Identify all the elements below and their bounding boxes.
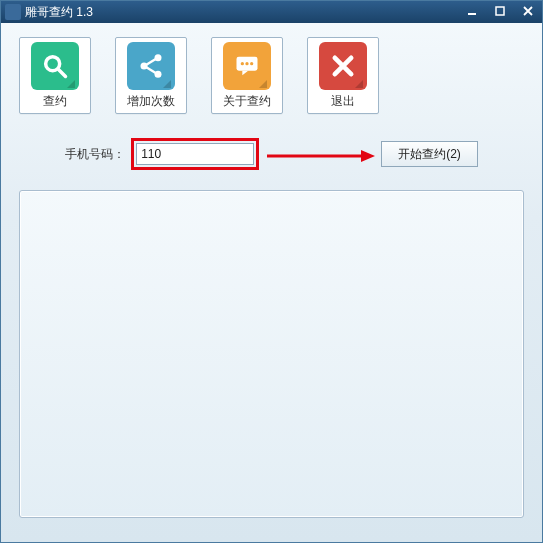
exit-label: 退出 (331, 93, 355, 110)
svg-marker-10 (242, 71, 248, 76)
phone-input[interactable] (136, 143, 254, 165)
svg-rect-0 (468, 13, 476, 15)
app-icon (5, 4, 21, 20)
search-label: 查约 (43, 93, 67, 110)
svg-point-13 (250, 62, 253, 65)
svg-rect-1 (496, 7, 504, 15)
share-icon (127, 42, 175, 90)
svg-point-12 (245, 62, 248, 65)
app-window: 雕哥查约 1.3 查约 (0, 0, 543, 543)
start-search-button[interactable]: 开始查约(2) (381, 141, 478, 167)
chat-icon (223, 42, 271, 90)
add-count-label: 增加次数 (127, 93, 175, 110)
search-icon (31, 42, 79, 90)
arrow-annotation (265, 148, 375, 160)
window-controls (458, 1, 542, 23)
window-title: 雕哥查约 1.3 (25, 4, 458, 21)
about-label: 关于查约 (223, 93, 271, 110)
maximize-button[interactable] (486, 1, 514, 21)
phone-label: 手机号码： (65, 146, 125, 163)
svg-line-3 (59, 70, 66, 77)
search-button[interactable]: 查约 (19, 37, 91, 114)
svg-point-11 (241, 62, 244, 65)
toolbar: 查约 增加次数 关于查约 退出 (19, 37, 524, 114)
close-icon (319, 42, 367, 90)
add-count-button[interactable]: 增加次数 (115, 37, 187, 114)
content-area: 查约 增加次数 关于查约 退出 手机号 (1, 23, 542, 528)
svg-line-7 (146, 59, 155, 65)
svg-marker-15 (361, 150, 375, 162)
titlebar: 雕哥查约 1.3 (1, 1, 542, 23)
close-button[interactable] (514, 1, 542, 21)
form-row: 手机号码： 开始查约(2) (19, 138, 524, 170)
phone-highlight-box (131, 138, 259, 170)
svg-line-8 (146, 67, 155, 73)
about-button[interactable]: 关于查约 (211, 37, 283, 114)
result-panel (19, 190, 524, 518)
minimize-button[interactable] (458, 1, 486, 21)
exit-button[interactable]: 退出 (307, 37, 379, 114)
